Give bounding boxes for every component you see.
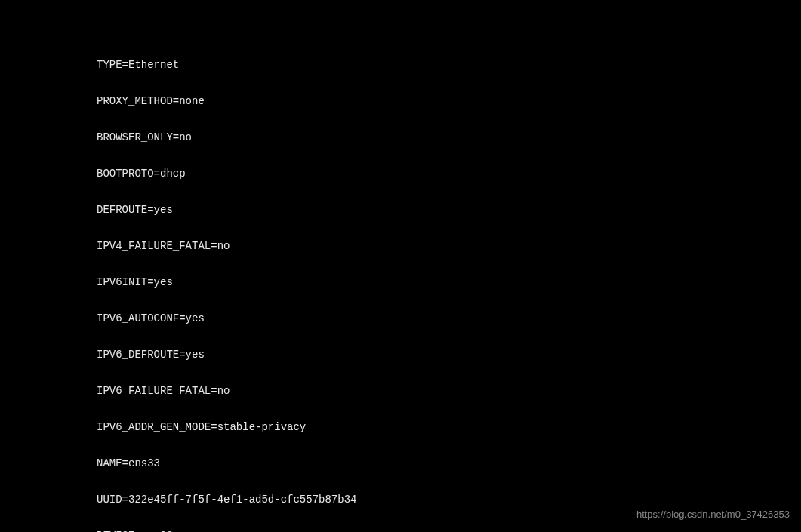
config-line: PROXY_METHOD=none <box>97 95 801 107</box>
config-line: UUID=322e45ff-7f5f-4ef1-ad5d-cfc557b87b3… <box>97 494 801 506</box>
config-line: TYPE=Ethernet <box>97 59 801 71</box>
config-line: IPV6_AUTOCONF=yes <box>97 312 801 324</box>
config-line: IPV6_FAILURE_FATAL=no <box>97 385 801 397</box>
config-line: IPV6_DEFROUTE=yes <box>97 349 801 361</box>
config-line: IPV4_FAILURE_FATAL=no <box>97 240 801 252</box>
config-line: IPV6INIT=yes <box>97 276 801 288</box>
watermark-text: https://blog.csdn.net/m0_37426353 <box>636 509 790 521</box>
config-line: BROWSER_ONLY=no <box>97 131 801 143</box>
terminal-editor[interactable]: TYPE=Ethernet PROXY_METHOD=none BROWSER_… <box>0 0 801 532</box>
config-line: BOOTPROTO=dhcp <box>97 168 801 180</box>
config-line: IPV6_ADDR_GEN_MODE=stable-privacy <box>97 421 801 433</box>
config-line: DEFROUTE=yes <box>97 204 801 216</box>
config-line: NAME=ens33 <box>97 457 801 469</box>
